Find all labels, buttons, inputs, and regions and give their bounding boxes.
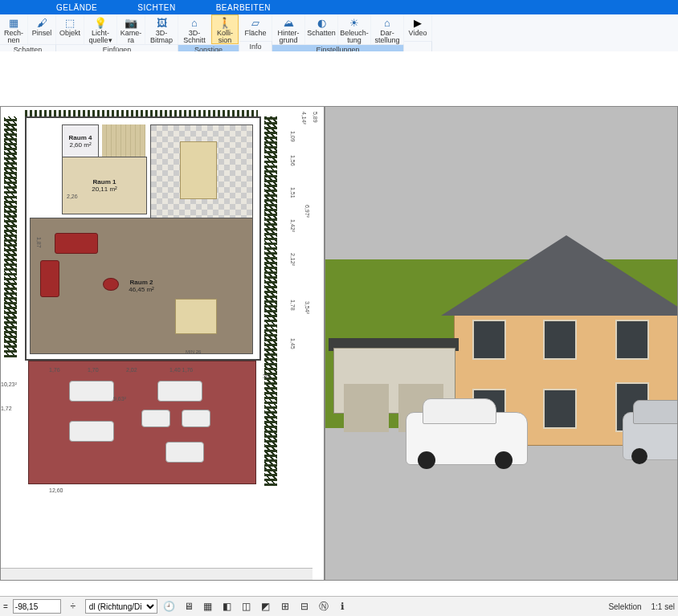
garage-area[interactable] (28, 361, 256, 484)
flaeche-button[interactable]: ▱ Fläche (239, 14, 272, 41)
window-5 (543, 389, 577, 429)
dim-5: 1,76 (49, 367, 60, 373)
room-4[interactable]: Raum 4 2,60 m² (62, 124, 99, 158)
ribbon-group-video: ▶ Video (404, 14, 432, 51)
cube2-icon[interactable]: ◩ (259, 599, 273, 614)
floorplan-drawing: Raum 4 2,60 m² Raum 1 20,11 m² Raum 3 25… (25, 116, 266, 526)
dim-14: 1,42² (290, 219, 296, 232)
dim-18: 3,54² (304, 301, 310, 314)
brush-icon: 🖌 (35, 16, 48, 29)
beleuchtung-label: Beleuch-tung (340, 30, 369, 44)
scrollbar-horizontal[interactable] (1, 568, 312, 580)
wheel-icon (631, 448, 647, 464)
table-2[interactable] (175, 299, 217, 334)
shadow-icon: ◐ (315, 16, 328, 29)
mode-select[interactable]: dl (Richtung/Di (85, 599, 157, 614)
layer-icon[interactable]: ◧ (220, 599, 235, 614)
beleuchtung-button[interactable]: ☀ Beleuch-tung (338, 14, 371, 44)
flaeche-label: Fläche (244, 30, 266, 37)
clock-icon[interactable]: 🕘 (162, 599, 177, 614)
hintergrund-button[interactable]: ⛰ Hinter-grund (272, 14, 305, 44)
wheel-icon (495, 451, 513, 469)
lichtquelle-button[interactable]: 💡 Licht-quelle▾ (84, 14, 117, 44)
kamera-button[interactable]: 📷 Kame-ra (117, 14, 145, 44)
status-bar: = ÷ dl (Richtung/Di 🕘 🖥 ▦ ◧ ◫ ◩ ⊞ ⊟ Ⓝ ℹ … (0, 596, 678, 616)
kollision-button[interactable]: 🚶 Kolli-sion (211, 14, 239, 44)
sofa-2[interactable] (40, 260, 59, 297)
darstellung-button[interactable]: ⌂ Dar-stellung (371, 14, 404, 44)
car-plan-5[interactable] (182, 410, 210, 427)
rug-icon[interactable] (103, 278, 119, 291)
room-1-name: Raum 1 (93, 178, 116, 186)
info-icon[interactable]: ℹ (336, 599, 350, 614)
dining-table[interactable] (180, 141, 217, 199)
car-plan-3[interactable] (157, 381, 202, 402)
group-label-info: Info (239, 41, 272, 51)
value-input[interactable] (13, 599, 61, 614)
pinsel-label: Pinsel (32, 30, 52, 37)
dim-23: MIN 26 (186, 349, 201, 354)
car-cabin-1 (423, 398, 496, 424)
car-3d-2[interactable] (623, 412, 678, 460)
dim-10: 4,14² (301, 112, 307, 124)
objekt-button[interactable]: ⬚ Objekt (56, 14, 84, 44)
car-plan-1[interactable] (69, 381, 114, 402)
lighting-icon: ☀ (348, 16, 361, 29)
sofa-1[interactable] (55, 233, 98, 254)
dim-17: 1,78 (290, 300, 296, 311)
lightbulb-icon: 💡 (94, 16, 107, 29)
pinsel-button[interactable]: 🖌 Pinsel (28, 14, 56, 44)
monitor-icon[interactable]: 🖥 (182, 599, 196, 614)
3d-view[interactable] (325, 106, 678, 581)
car-plan-4[interactable] (141, 410, 170, 427)
video-button[interactable]: ▶ Video (404, 14, 432, 41)
dim-15: 6,97² (304, 205, 310, 218)
window-3 (615, 320, 649, 360)
ribbon-group-sonstige: ⌂ 3D-Schnitt 🚶 Kolli-sion Sonstige (178, 14, 239, 51)
scale-label: 1:1 sel (651, 602, 675, 611)
rechnen-button[interactable]: ▦ Rech-nen (0, 14, 28, 44)
menu-bar: GELÄNDE SICHTEN BEARBEITEN (0, 0, 678, 14)
3d-schnitt-button[interactable]: ⌂ 3D-Schnitt (178, 14, 211, 44)
floorplan-view[interactable]: Raum 4 2,60 m² Raum 1 20,11 m² Raum 3 25… (0, 106, 325, 581)
workspace: Raum 4 2,60 m² Raum 1 20,11 m² Raum 3 25… (0, 51, 678, 595)
room-3[interactable]: Raum 3 25,90 m² (150, 124, 253, 219)
wire-icon[interactable]: ⊞ (278, 599, 292, 614)
car-plan-2[interactable] (69, 421, 114, 442)
dim-8: 1,40 1,76 (170, 367, 193, 373)
garage-door-1 (344, 384, 389, 432)
grid-icon[interactable]: ▦ (201, 599, 215, 614)
car-3d-1[interactable] (406, 412, 528, 465)
compass-icon[interactable]: Ⓝ (317, 599, 331, 614)
room-2-area: 46,45 m² (129, 286, 154, 293)
hedge-left (4, 116, 17, 357)
room-2-name: Raum 2 (130, 279, 153, 286)
room-1-area: 20,11 m² (92, 186, 117, 193)
house-roof (441, 235, 678, 316)
cube-icon[interactable]: ◫ (239, 599, 254, 614)
darstellung-label: Dar-stellung (374, 30, 399, 44)
video-label: Video (409, 30, 427, 37)
room-4-area: 2,60 m² (69, 141, 91, 149)
3d-bitmap-button[interactable]: 🖼 3D-Bitmap (145, 14, 178, 44)
schnitt-label: 3D-Schnitt (183, 30, 206, 44)
ribbon-group-info: ▱ Fläche Info (239, 14, 272, 51)
dim-13: 1,51 (290, 187, 296, 198)
mesh-icon[interactable]: ⊟ (297, 599, 312, 614)
menu-sichten[interactable]: SICHTEN (137, 3, 175, 12)
spin-icon[interactable]: ÷ (66, 599, 80, 614)
dim-22: 1,87 (36, 237, 42, 248)
schatten-button[interactable]: ◐ Schatten (305, 14, 338, 44)
window-1 (472, 320, 506, 360)
play-icon: ▶ (411, 16, 424, 29)
dim-1: 10,23² (1, 381, 17, 387)
room-1[interactable]: Raum 1 20,11 m² (62, 157, 147, 214)
car-plan-6[interactable] (165, 442, 204, 463)
room-4-name: Raum 4 (69, 134, 92, 141)
room-2[interactable]: Raum 2 46,45 m² (30, 218, 253, 354)
menu-bearbeiten[interactable]: BEARBEITEN (216, 3, 271, 12)
menu-gelaende[interactable]: GELÄNDE (56, 3, 97, 12)
staircase[interactable] (102, 124, 145, 157)
section-icon: ⌂ (188, 16, 201, 29)
dim-3: 9,63² (113, 396, 126, 402)
